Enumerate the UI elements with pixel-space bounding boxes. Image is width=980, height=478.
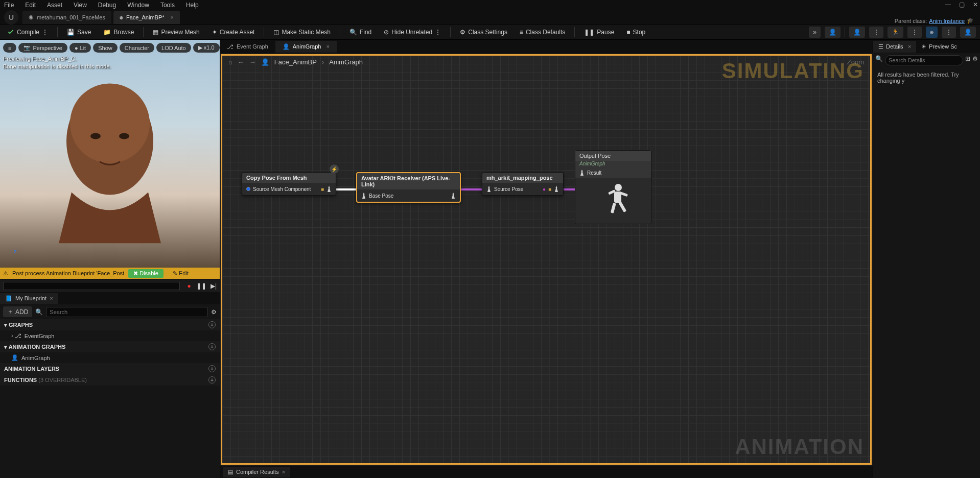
nav-home-icon[interactable]: ⌂	[228, 58, 232, 66]
anim-graph-item[interactable]: 👤 AnimGraph	[0, 352, 220, 363]
anim-graphs-section[interactable]: ▾ ANIMATION GRAPHS+	[0, 341, 220, 352]
nav-back-icon[interactable]: ←	[238, 58, 244, 66]
maximize-icon[interactable]: ▢	[959, 1, 965, 8]
breadcrumb-root[interactable]: Face_AnimBP	[274, 58, 317, 66]
pin-result[interactable]: Result	[579, 170, 647, 176]
dropdown-icon[interactable]: ⋮	[435, 29, 441, 36]
menu-view[interactable]: View	[74, 2, 87, 9]
graduation-icon[interactable]: 🎓	[967, 17, 974, 24]
make-static-mesh-button[interactable]: ◫Make Static Mesh	[270, 27, 333, 37]
overflow-button[interactable]: »	[809, 27, 821, 38]
functions-section[interactable]: FUNCTIONS (3 OVERRIDABLE)+	[0, 374, 220, 386]
close-tab-icon[interactable]: ×	[326, 43, 329, 50]
node-arkit-mapping[interactable]: mh_arkit_mapping_pose Source Pose ●■	[482, 172, 564, 196]
viewport-lod-button[interactable]: LOD Auto	[156, 43, 191, 53]
breadcrumb-leaf[interactable]: AnimGraph	[329, 58, 363, 66]
record-button[interactable]: ●	[184, 281, 194, 291]
pin-base-pose[interactable]: Base Pose	[361, 193, 393, 199]
find-button[interactable]: 🔍Find	[346, 27, 375, 37]
skeleton-mode-button[interactable]: 👤	[849, 27, 865, 38]
details-search-input[interactable]	[885, 55, 963, 65]
pause-button[interactable]: ❚❚Pause	[581, 27, 617, 37]
menu-tools[interactable]: Tools	[160, 2, 175, 9]
settings-icon[interactable]: ⚙	[211, 308, 217, 316]
class-defaults-button[interactable]: ≡Class Defaults	[517, 27, 568, 37]
skeleton-mode-dropdown[interactable]: ⋮	[869, 27, 883, 38]
menu-file[interactable]: File	[4, 2, 14, 9]
node-copy-pose[interactable]: Copy Pose From Mesh Source Mesh Componen…	[242, 172, 336, 196]
nav-forward-icon[interactable]: →	[249, 58, 256, 66]
menu-debug[interactable]: Debug	[98, 2, 116, 9]
add-function-icon[interactable]: +	[208, 376, 216, 384]
doc-tab-metahuman[interactable]: ◉ metahuman_001_FaceMes	[22, 11, 111, 24]
preview-viewport[interactable]: ≡ 📷Perspective ●Lit Show Character LOD A…	[0, 40, 220, 279]
event-graph-item[interactable]: › ⎇ EventGraph	[0, 330, 220, 341]
close-panel-icon[interactable]: ×	[50, 295, 53, 301]
node-output-pose[interactable]: Output Pose AnimGraph Result	[575, 150, 651, 224]
wire	[459, 188, 484, 190]
viewport-show-button[interactable]: Show	[93, 43, 118, 53]
doc-tab-face-animbp[interactable]: ⎈ Face_AnimBP* ×	[113, 11, 180, 24]
viewport-perspective-button[interactable]: 📷Perspective	[18, 43, 67, 53]
add-anim-layer-icon[interactable]: +	[208, 365, 216, 372]
close-icon[interactable]: ×	[908, 43, 911, 50]
graphs-section[interactable]: ▾ GRAPHS+	[0, 319, 220, 330]
menu-window[interactable]: Window	[127, 2, 149, 9]
edit-button[interactable]: ✎ Edit	[168, 269, 194, 278]
menu-help[interactable]: Help	[186, 2, 199, 9]
add-anim-graph-icon[interactable]: +	[208, 343, 216, 350]
save-icon: 💾	[67, 29, 75, 36]
graph-canvas[interactable]: ⌂ ← → 👤 Face_AnimBP › AnimGraph Zoom SIM…	[221, 54, 872, 465]
preview-mesh-button[interactable]: ▦Preview Mesh	[150, 27, 202, 37]
gear-icon[interactable]: ⚙	[972, 55, 978, 65]
close-icon[interactable]: ×	[282, 469, 285, 475]
viewport-lit-button[interactable]: ●Lit	[69, 43, 91, 53]
unreal-logo-icon[interactable]: U	[4, 10, 18, 25]
dropdown-icon[interactable]: ⋮	[42, 29, 48, 36]
close-icon[interactable]: ✕	[973, 1, 978, 8]
minimize-icon[interactable]: —	[945, 1, 951, 8]
pin-out-pose[interactable]	[451, 193, 456, 199]
pin-out-pose[interactable]: ●■	[543, 186, 559, 192]
timeline-step-button[interactable]: ▶|	[208, 281, 219, 291]
pin-out-pose[interactable]: ■	[321, 186, 332, 192]
node-badge-icon[interactable]: ⚡	[330, 164, 339, 174]
close-tab-icon[interactable]: ×	[171, 14, 174, 20]
physics-mode-button[interactable]: 👤	[960, 27, 976, 38]
event-graph-tab[interactable]: ⎇Event Graph	[220, 41, 275, 53]
stop-button[interactable]: ■Stop	[623, 27, 648, 37]
grid-icon[interactable]: ⊞	[965, 55, 970, 65]
details-tab[interactable]: ☰Details×	[873, 41, 916, 53]
add-button[interactable]: ＋ ADD	[3, 306, 32, 317]
pin-source-mesh[interactable]: Source Mesh Component	[246, 186, 311, 192]
hide-unrelated-button[interactable]: ⊘Hide Unrelated⋮	[381, 27, 444, 37]
compile-button[interactable]: Compile ⋮	[4, 27, 51, 37]
anim-layers-section[interactable]: ANIMATION LAYERS+	[0, 363, 220, 374]
create-asset-button[interactable]: ✦Create Asset	[209, 27, 258, 37]
viewport-character-button[interactable]: Character	[120, 43, 154, 53]
anim-graph-tab[interactable]: 👤AnimGraph×	[275, 41, 337, 53]
timeline-pause-button[interactable]: ❚❚	[196, 281, 206, 291]
save-button[interactable]: 💾Save	[64, 27, 94, 37]
viewport-menu-button[interactable]: ≡	[3, 43, 16, 53]
compiler-results-tab[interactable]: ▤ Compiler Results ×	[223, 467, 290, 477]
anim-blueprint-dropdown[interactable]: ⋮	[942, 27, 956, 38]
browse-button[interactable]: 📁Browse	[100, 27, 137, 37]
debug-object-button[interactable]: 👤	[825, 27, 841, 38]
disable-button[interactable]: ✖ Disable	[128, 269, 164, 278]
parent-class-link[interactable]: Anim Instance	[929, 18, 965, 24]
viewport-speed-button[interactable]: ▶ x1.0	[193, 43, 220, 53]
class-settings-button[interactable]: ⚙Class Settings	[457, 27, 510, 37]
animation-mode-dropdown[interactable]: ⋮	[907, 27, 922, 38]
menu-asset[interactable]: Asset	[47, 2, 62, 9]
timeline-track[interactable]	[3, 282, 180, 290]
my-blueprint-tab[interactable]: 📘 My Blueprint ×	[0, 293, 58, 304]
anim-blueprint-mode-button[interactable]: ⎈	[926, 27, 938, 38]
node-avatar-arkit[interactable]: Avatar ARKit Receiver (APS Live-Link) Ba…	[356, 172, 461, 203]
animation-mode-button[interactable]: 🏃	[888, 27, 903, 38]
menu-edit[interactable]: Edit	[25, 2, 36, 9]
blueprint-search-input[interactable]	[46, 307, 208, 317]
preview-scene-tab[interactable]: ☀Preview Sc	[916, 41, 962, 53]
add-graph-icon[interactable]: +	[208, 321, 216, 328]
pin-source-pose[interactable]: Source Pose	[486, 186, 523, 192]
